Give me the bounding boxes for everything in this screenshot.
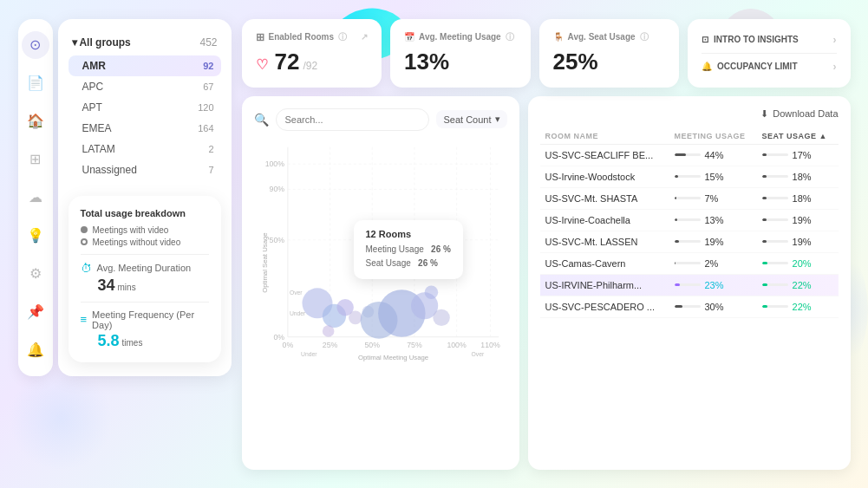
table-row[interactable]: US-Camas-Cavern 2% 20% bbox=[540, 252, 839, 274]
svg-text:110%: 110% bbox=[480, 341, 500, 349]
seat-usage-cell: 20% bbox=[757, 252, 839, 274]
sidebar-item-unassigned[interactable]: Unassigned7 bbox=[69, 159, 221, 180]
all-groups-header[interactable]: ▾ All groups 452 bbox=[69, 33, 221, 52]
avg-duration-value: 34 bbox=[98, 277, 115, 295]
filter-chevron: ▾ bbox=[495, 114, 500, 125]
svg-text:0%: 0% bbox=[282, 341, 293, 349]
insight-intro-chevron: › bbox=[833, 34, 837, 46]
svg-text:100%: 100% bbox=[447, 341, 467, 349]
freq-unit: times bbox=[122, 338, 143, 348]
sidebar-item-amr[interactable]: AMR92 bbox=[69, 55, 221, 76]
enabled-rooms-ext[interactable]: ↗ bbox=[361, 32, 368, 42]
seat-usage-cell: 22% bbox=[757, 274, 839, 296]
nav-icon-bulb[interactable]: 💡 bbox=[22, 222, 49, 250]
stat-avg-meeting: 📅 Avg. Meeting Usage ⓘ 13% bbox=[390, 19, 531, 88]
nav-icon-bell[interactable]: 🔔 bbox=[22, 336, 49, 364]
insight-occupancy-icon: 🔔 bbox=[702, 62, 712, 71]
legend-dot-empty bbox=[81, 238, 88, 245]
room-name-cell: US-SVC-SEACLIFF BE... bbox=[540, 144, 669, 166]
table-row[interactable]: US-Irvine-Woodstock 15% 18% bbox=[540, 166, 839, 187]
enabled-rooms-value: 72 bbox=[275, 49, 300, 75]
nav-icon-doc[interactable]: 📄 bbox=[22, 69, 49, 97]
nav-icon-grid[interactable]: ⊞ bbox=[22, 146, 49, 173]
meeting-usage-cell: 13% bbox=[669, 209, 757, 231]
room-name-cell: US-SVC-Mt. SHASTA bbox=[540, 187, 669, 209]
insight-occupancy-label: OCCUPANCY LIMIT bbox=[717, 62, 797, 71]
svg-text:Under: Under bbox=[289, 310, 305, 316]
nav-icon-pin[interactable]: 📌 bbox=[22, 298, 49, 326]
enabled-rooms-icon: ⊞ bbox=[256, 31, 264, 43]
meeting-usage-cell: 7% bbox=[669, 187, 757, 209]
svg-text:90%: 90% bbox=[269, 185, 284, 193]
avg-seat-info[interactable]: ⓘ bbox=[640, 31, 649, 43]
meeting-usage-cell: 30% bbox=[669, 296, 757, 317]
insight-occupancy[interactable]: 🔔 OCCUPANCY LIMIT › bbox=[702, 61, 836, 73]
seat-usage-cell: 19% bbox=[757, 209, 839, 231]
meeting-usage-cell: 2% bbox=[669, 252, 757, 274]
insight-occupancy-chevron: › bbox=[833, 61, 837, 73]
room-name-cell: US-Irvine-Woodstock bbox=[540, 166, 669, 187]
chart-search-input[interactable] bbox=[276, 108, 430, 131]
freq-value: 5.8 bbox=[98, 332, 120, 350]
sidebar-item-latam[interactable]: LATAM2 bbox=[69, 139, 221, 159]
heart-icon: ♡ bbox=[256, 56, 268, 73]
download-icon: ⬇ bbox=[760, 108, 768, 120]
seat-icon: 🪑 bbox=[553, 32, 564, 42]
svg-text:Under: Under bbox=[301, 351, 317, 357]
rooms-table-card: ⬇ Download Data ROOM NAME MEETING USAGE … bbox=[528, 96, 851, 470]
table-row[interactable]: US-IRVINE-Philharm... 23% 22% bbox=[540, 274, 839, 296]
table-row[interactable]: US-Irvine-Coachella 13% 19% bbox=[540, 209, 839, 231]
table-row[interactable]: US-SVC-Mt. LASSEN 19% 19% bbox=[540, 231, 839, 252]
seat-usage-cell: 18% bbox=[757, 187, 839, 209]
download-button[interactable]: ⬇ Download Data bbox=[760, 108, 838, 120]
table-row[interactable]: US-SVC-Mt. SHASTA 7% 18% bbox=[540, 187, 839, 209]
room-name-cell: US-Irvine-Coachella bbox=[540, 209, 669, 231]
col-meeting-usage[interactable]: MEETING USAGE bbox=[669, 128, 757, 145]
sidebar-item-emea[interactable]: EMEA164 bbox=[69, 118, 221, 139]
tooltip-seat-usage: Seat Usage 26 % bbox=[366, 257, 451, 270]
tooltip-rooms: 12 Rooms bbox=[366, 229, 451, 239]
stats-row: ⊞ Enabled Rooms ⓘ ↗ ♡ 72 /92 📅 Avg. Meet… bbox=[242, 19, 851, 88]
chart-area: 0% 25% 50% 75% 100% 110% 0% 50% 90% 100%… bbox=[254, 138, 507, 363]
avg-seat-label: Avg. Seat Usage bbox=[568, 32, 636, 42]
svg-point-34 bbox=[433, 309, 449, 325]
table-toolbar: ⬇ Download Data bbox=[540, 108, 839, 120]
sidebar-item-apc[interactable]: APC67 bbox=[69, 76, 221, 97]
insight-intro-icon: ⊡ bbox=[702, 35, 708, 44]
svg-text:Optimal Seat Usage: Optimal Seat Usage bbox=[260, 232, 268, 293]
svg-text:50%: 50% bbox=[364, 341, 380, 349]
legend-video: Meetings with video bbox=[81, 225, 209, 235]
table-row[interactable]: US-SVC-SEACLIFF BE... 44% 17% bbox=[540, 144, 839, 166]
room-name-cell: US-Camas-Cavern bbox=[540, 252, 669, 274]
avg-duration-unit: mins bbox=[118, 283, 136, 292]
insight-intro[interactable]: ⊡ INTRO TO INSIGHTS › bbox=[702, 34, 836, 46]
stat-enabled-rooms: ⊞ Enabled Rooms ⓘ ↗ ♡ 72 /92 bbox=[242, 19, 382, 88]
all-groups-count: 452 bbox=[199, 36, 217, 49]
avg-meeting-label: Avg. Meeting Usage bbox=[419, 32, 501, 42]
meeting-usage-cell: 19% bbox=[669, 231, 757, 252]
chart-tooltip: 12 Rooms Meeting Usage 26 % Seat Usage 2… bbox=[354, 220, 463, 279]
freq-row: ≡ Meeting Frequency (Per Day) bbox=[81, 302, 209, 330]
meeting-usage-cell: 15% bbox=[669, 166, 757, 187]
svg-point-29 bbox=[349, 310, 362, 324]
nav-icon-filter[interactable]: ⚙ bbox=[22, 260, 49, 288]
avg-meeting-value: 13% bbox=[404, 49, 517, 75]
sidebar-item-apt[interactable]: APT120 bbox=[69, 97, 221, 118]
seat-usage-cell: 19% bbox=[757, 231, 839, 252]
svg-text:Optimal Meeting Usage: Optimal Meeting Usage bbox=[358, 354, 428, 361]
legend-no-video: Meetings without video bbox=[81, 237, 209, 247]
svg-text:0%: 0% bbox=[273, 332, 284, 341]
seat-count-select[interactable]: Seat Count ▾ bbox=[436, 110, 506, 128]
col-seat-usage[interactable]: SEAT USAGE ▲ bbox=[757, 128, 839, 145]
tooltip-meeting-usage: Meeting Usage 26 % bbox=[366, 243, 451, 257]
nav-icon-home[interactable]: ⊙ bbox=[22, 31, 49, 59]
enabled-rooms-info[interactable]: ⓘ bbox=[338, 31, 347, 43]
avg-meeting-info[interactable]: ⓘ bbox=[506, 31, 514, 43]
room-name-cell: US-IRVINE-Philharm... bbox=[540, 274, 669, 296]
insights-card: ⊡ INTRO TO INSIGHTS › 🔔 OCCUPANCY LIMIT … bbox=[688, 19, 850, 88]
legend-dot-filled bbox=[81, 226, 88, 233]
table-row[interactable]: US-SVC-PESCADERO ... 30% 22% bbox=[540, 296, 839, 317]
col-room-name[interactable]: ROOM NAME bbox=[540, 128, 669, 145]
nav-icon-camera[interactable]: 🏠 bbox=[22, 107, 49, 135]
nav-icon-cloud[interactable]: ☁ bbox=[22, 184, 49, 211]
